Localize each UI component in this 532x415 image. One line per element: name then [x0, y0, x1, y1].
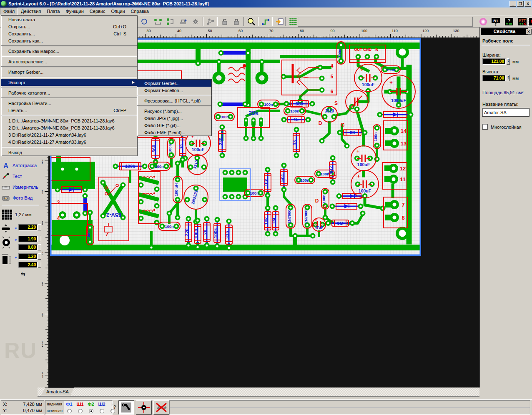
file-menu-item-сохранить-как-макрос-[interactable]: Сохранить как макрос...: [1, 48, 137, 55]
pad-outer-field-spinner[interactable]: [38, 236, 41, 242]
file-menu-item-печать-[interactable]: Печать...Ctrl+P: [1, 107, 137, 114]
toolbar-pad-donut-button[interactable]: [478, 17, 489, 27]
minimize-button[interactable]: _: [509, 1, 516, 7]
height-spinner[interactable]: ▲▼: [507, 75, 510, 81]
toolbar-macro-panel-button[interactable]: M: [527, 17, 532, 27]
toolbar-ktt-check-button[interactable]: КТТ: [517, 17, 528, 27]
toolbar-connections-button[interactable]: [205, 17, 216, 27]
layer-visible-toggle-Ф1[interactable]: Ф1: [64, 402, 75, 407]
track-width-field[interactable]: 2.20: [18, 224, 38, 230]
file-menu-item-рабочие-каталоги-[interactable]: Рабочие каталоги...: [1, 89, 137, 96]
file-menu-item-2-d-аматор-эмф-ne-80м-pcb-2021-11-28-lay6[interactable]: 2 D:\...\Аматор-ЭМФ-NE 80м_PCB 2021-11-2…: [1, 124, 137, 131]
track-width-field-spinner[interactable]: [38, 224, 41, 230]
pad-hole: [187, 218, 189, 220]
menubar-item-справка[interactable]: Справка: [128, 8, 152, 15]
file-menu-item-новая-плата[interactable]: Новая плата: [1, 16, 137, 23]
close-button[interactable]: X: [524, 1, 531, 7]
board-height-field[interactable]: 71.00: [482, 75, 506, 81]
track-mode-button[interactable]: [118, 400, 134, 415]
layer-active-radio-Ф2[interactable]: [89, 409, 93, 413]
pad-hole: [245, 137, 247, 139]
menubar-item-действия[interactable]: Действия: [18, 8, 44, 15]
smd-size-dropdown[interactable]: ▼: [14, 256, 18, 260]
svg-text:110: 110: [42, 372, 44, 378]
rubberband-off-button[interactable]: [153, 400, 169, 415]
layer-active-radio-Ф1[interactable]: [67, 409, 72, 413]
export-submenu-item-файл-gif-gif-[interactable]: Файл GIF (*.gif)...: [137, 122, 211, 129]
file-menu-item-экспорт[interactable]: Экспорт▶: [1, 79, 137, 86]
export-submenu-item-рисунок-bmp-[interactable]: Рисунок (*.bmp)...: [137, 108, 211, 115]
properties-close-button[interactable]: ✕: [526, 29, 532, 35]
file-menu-item-открыть-[interactable]: Открыть...Ctrl+O: [1, 23, 137, 30]
file-menu-item-сохранить-[interactable]: Сохранить...Ctrl+S: [1, 30, 137, 37]
menubar-item-сервис[interactable]: Сервис: [87, 8, 108, 15]
crosshair-button[interactable]: [136, 400, 152, 415]
layer-visible-toggle-К[interactable]: К: [107, 402, 118, 407]
layer-visible-toggle-Ш1[interactable]: Ш1: [75, 402, 85, 407]
toolbar-stamp-button[interactable]: [178, 17, 188, 27]
menubar-item-опции[interactable]: Опции: [108, 8, 128, 15]
pad-hole: [216, 245, 218, 247]
pad-outer-field[interactable]: 1.90: [18, 236, 38, 242]
board-tab[interactable]: Amator-SA: [41, 388, 74, 396]
toolbar-lock-open-button[interactable]: [219, 17, 230, 27]
file-menu-item-импорт-gerber-[interactable]: Импорт Gerber...: [1, 68, 137, 75]
toolbar-zoom-button[interactable]: [246, 17, 257, 27]
file-menu-item-автосохранение-[interactable]: Автосохранение...: [1, 58, 137, 65]
toolbar-test-path-button[interactable]: [260, 17, 271, 27]
toolbar-help-components-button[interactable]: ?: [504, 17, 514, 27]
pad-hole: [176, 178, 178, 180]
tool-button-test-probe[interactable]: Тест: [2, 172, 41, 181]
menu-item-label: Файл GIF (*.gif)...: [144, 123, 181, 128]
multilayer-checkbox[interactable]: [482, 124, 487, 129]
file-menu-item-4-d-radio-2021-11-27-amator-03-lay6[interactable]: 4 D:\Radio\2021-11-27 Amator\03.lay6: [1, 138, 137, 145]
track-width-dropdown[interactable]: ▼: [14, 227, 18, 230]
export-submenu-item-формат-excellon-[interactable]: Формат Excellon...: [137, 87, 211, 94]
toolbar-lock-closed-button[interactable]: [231, 17, 242, 27]
pad-drill-field-spinner[interactable]: [38, 244, 41, 250]
smd-height-field-spinner[interactable]: [38, 262, 41, 268]
pad-hole: [102, 181, 104, 183]
restore-button[interactable]: ❐: [517, 1, 524, 7]
smd-height-field[interactable]: 2.40: [18, 262, 38, 268]
toolbar-explode-button[interactable]: [190, 17, 201, 27]
toolbar-r1-labels-button[interactable]: R1: [490, 17, 501, 27]
tool-button-autoroute[interactable]: AАвтотрасса: [2, 161, 41, 170]
help-components-icon: ?: [504, 18, 514, 26]
export-submenu-item-формат-gerber-[interactable]: Формат Gerber...: [137, 80, 211, 87]
swap-values-icon[interactable]: ⇆: [21, 271, 25, 277]
smd-width-field[interactable]: 1.20: [18, 253, 38, 260]
menubar-item-плата[interactable]: Плата: [44, 8, 63, 15]
width-spinner[interactable]: ▲▼: [507, 58, 510, 65]
export-submenu-item-файл-emf-emf-[interactable]: Файл EMF (*.emf)...: [137, 129, 211, 136]
board-name-input[interactable]: [482, 108, 529, 116]
menubar-item-функции[interactable]: Функции: [63, 8, 86, 15]
pad-hole: [274, 103, 276, 105]
file-menu-item-сохранить-как-[interactable]: Сохранить как...: [1, 37, 137, 44]
toolbar-mirror-horizontal-button[interactable]: [153, 17, 163, 27]
board-width-field[interactable]: 121.00: [482, 58, 506, 65]
menubar-item-файл[interactable]: Файл: [0, 8, 18, 15]
toolbar-photo-view-button[interactable]: [288, 17, 299, 27]
tool-button-measure-ruler[interactable]: Измеритель: [2, 182, 41, 192]
pad-size-dropdown[interactable]: ▼: [14, 238, 18, 242]
pad-drill-field[interactable]: 0.80: [18, 244, 38, 250]
layer-active-radio-Ш1[interactable]: [78, 409, 83, 413]
tool-button-photo-view[interactable]: Фото Вид: [2, 193, 41, 202]
toolbar-rotate-button[interactable]: [139, 17, 150, 27]
smd-width-field-spinner[interactable]: [38, 253, 41, 260]
toolbar-import-doc-button[interactable]: [274, 17, 285, 27]
layer-visible-toggle-Ф2[interactable]: Ф2: [85, 402, 96, 407]
layer-help-link[interactable]: ?: [113, 405, 116, 410]
file-menu-item-3-d-radio-2021-11-27-amator-04-lay6[interactable]: 3 D:\Radio\2021-11-27 Amator\04.lay6: [1, 131, 137, 138]
export-submenu-item-файл-jpg-jpg-[interactable]: Файл JPG (*.jpg)...: [137, 115, 211, 122]
grid-button[interactable]: 1,27 мм: [2, 208, 41, 221]
layer-visible-toggle-Ш2[interactable]: Ш2: [96, 402, 107, 407]
toolbar-mirror-vertical-button[interactable]: [165, 17, 176, 27]
menu-item-label: Сохранить...: [8, 31, 35, 36]
layer-active-radio-Ш2[interactable]: [100, 409, 104, 413]
file-menu-item-1-d-аматор-эмф-ne-80м-pcb-2021-11-28-lay6[interactable]: 1 D:\...\Аматор-ЭМФ-NE 80м_PCB 2021-11-2…: [1, 117, 137, 124]
file-menu-item-настройка-печати-[interactable]: Настройка Печати...: [1, 100, 137, 107]
export-submenu-item-фрезеровка-hpgl-plt-[interactable]: Фрезеровка... (HPGL, *.plt): [137, 97, 211, 104]
file-menu-item-выход[interactable]: Выход: [1, 149, 137, 156]
